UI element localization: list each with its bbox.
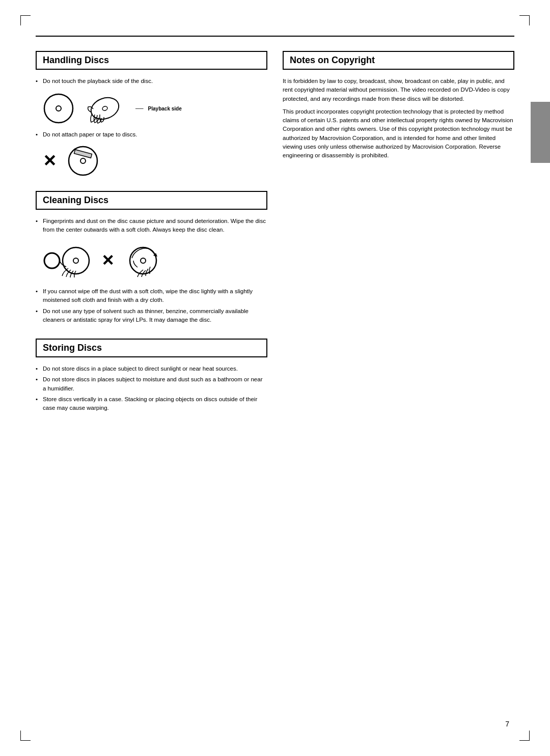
left-column: Handling Discs Do not touch the playback…: [36, 51, 267, 715]
handling-list2: Do not attach paper or tape to discs.: [36, 130, 267, 139]
top-rule: [36, 36, 514, 37]
cleaning-bullet2: If you cannot wipe off the dust with a s…: [36, 287, 267, 305]
cleaning-ok-icon: [43, 240, 91, 281]
copyright-section: Notes on Copyright It is forbidden by la…: [283, 51, 514, 164]
cleaning-title: Cleaning Discs: [43, 195, 260, 206]
handling-illustration-1: ── Playback side: [43, 91, 267, 126]
x-mark-icon: ✕: [43, 153, 57, 169]
storing-list: Do not store discs in a place subject to…: [36, 365, 267, 412]
cleaning-list: Fingerprints and dust on the disc cause …: [36, 217, 267, 235]
corner-mark-br: [519, 731, 530, 741]
storing-title: Storing Discs: [43, 343, 260, 353]
svg-point-1: [56, 106, 61, 111]
copyright-text: It is forbidden by law to copy, broadcas…: [283, 77, 514, 160]
handling-bullet1: Do not touch the playback side of the di…: [36, 77, 267, 86]
svg-point-7: [44, 253, 60, 268]
cleaning-list2: If you cannot wipe off the dust with a s…: [36, 287, 267, 324]
copyright-title: Notes on Copyright: [290, 55, 507, 66]
cleaning-bullet1: Fingerprints and dust on the disc cause …: [36, 217, 267, 235]
hand-disc-icon: [82, 91, 128, 126]
right-column: Notes on Copyright It is forbidden by la…: [283, 51, 514, 715]
handling-bullet2: Do not attach paper or tape to discs.: [36, 130, 267, 139]
cleaning-heading: Cleaning Discs: [36, 191, 267, 210]
side-tab: [531, 102, 550, 163]
cleaning-bullet3: Do not use any type of solvent such as t…: [36, 307, 267, 325]
svg-rect-6: [74, 149, 92, 158]
svg-point-0: [44, 94, 73, 123]
handling-list: Do not touch the playback side of the di…: [36, 77, 267, 86]
corner-mark-tl: [20, 15, 31, 25]
copyright-para2: This product incorporates copyright prot…: [283, 107, 514, 160]
disc-tape-icon: [64, 145, 102, 178]
corner-mark-tr: [519, 15, 530, 25]
playback-label-container: ── Playback side: [135, 105, 182, 111]
storing-heading: Storing Discs: [36, 339, 267, 357]
handling-illustration-2: ✕: [43, 145, 267, 178]
svg-point-5: [80, 158, 86, 163]
content-area: Handling Discs Do not touch the playback…: [36, 51, 514, 715]
cleaning-illustration: ✕: [43, 240, 267, 281]
storing-section: Storing Discs Do not store discs in a pl…: [36, 339, 267, 417]
corner-mark-bl: [20, 731, 31, 741]
cleaning-section: Cleaning Discs Fingerprints and dust on …: [36, 191, 267, 330]
svg-point-11: [141, 258, 146, 263]
handling-section: Handling Discs Do not touch the playback…: [36, 51, 267, 182]
svg-point-3: [102, 106, 108, 111]
storing-bullet1: Do not store discs in a place subject to…: [36, 365, 267, 373]
handling-title: Handling Discs: [43, 55, 260, 66]
svg-point-9: [73, 258, 78, 263]
playback-label: Playback side: [148, 106, 182, 111]
copyright-para1: It is forbidden by law to copy, broadcas…: [283, 77, 514, 103]
copyright-heading: Notes on Copyright: [283, 51, 514, 70]
svg-point-4: [69, 147, 97, 175]
storing-bullet3: Store discs vertically in a case. Stacki…: [36, 395, 267, 413]
page-number: 7: [505, 720, 509, 728]
cleaning-no-icon: [124, 240, 162, 281]
storing-bullet2: Do not store discs in places subject to …: [36, 375, 267, 393]
x-mark-cleaning-icon: ✕: [101, 253, 114, 268]
disc-icon: [43, 93, 74, 124]
handling-heading: Handling Discs: [36, 51, 267, 70]
